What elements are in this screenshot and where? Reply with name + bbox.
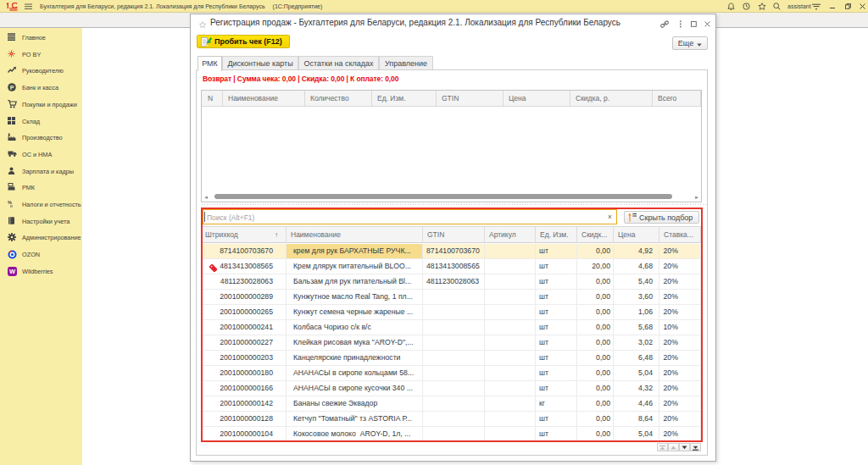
svg-text:W: W bbox=[9, 268, 16, 275]
svg-text:и: и bbox=[10, 203, 13, 208]
svg-text:Р: Р bbox=[10, 85, 14, 91]
